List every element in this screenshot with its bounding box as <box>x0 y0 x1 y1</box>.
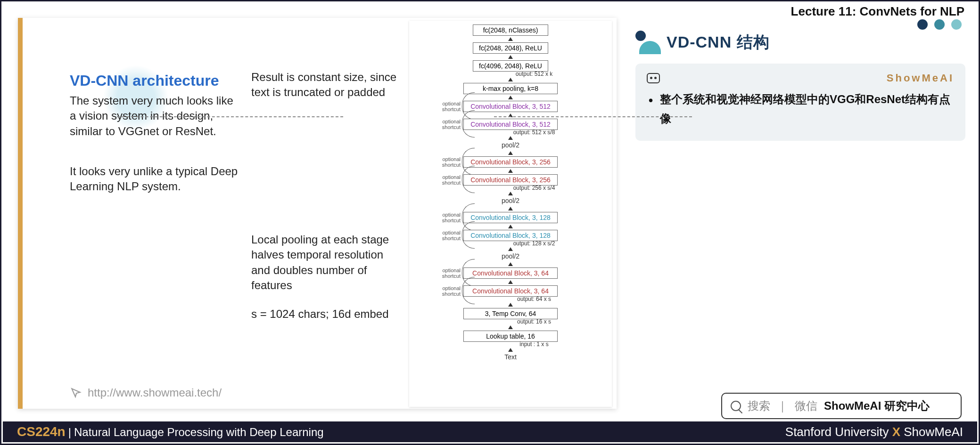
shortcut-label: optional shortcut <box>435 285 461 297</box>
shortcut-label: optional shortcut <box>435 156 461 168</box>
section-title-wrap: VD-CNN 结构 <box>635 31 770 54</box>
robot-icon <box>647 73 660 83</box>
search-hint-box: 搜索 ｜ 微信 ShowMeAI 研究中心 <box>721 393 962 419</box>
search-hint: 微信 <box>795 398 817 413</box>
input-label: input : 1 x s <box>519 341 548 348</box>
footer-left: CS224n | Natural Language Processing wit… <box>17 424 324 439</box>
note-bullet: 整个系统和视觉神经网络模型中的VGG和ResNet结构有点像 <box>647 90 954 129</box>
slide-title: VD-CNN architecture <box>70 72 219 89</box>
arrow-up-icon <box>508 247 513 251</box>
slide-content-panel: VD-CNN architecture The system very much… <box>18 18 617 409</box>
body-text: It looks very unlike a typical Deep Lear… <box>70 164 239 194</box>
footer-right: Stanford University X ShowMeAI <box>785 425 963 439</box>
search-hint: 搜索 <box>748 398 770 413</box>
brand-label: ShowMeAI <box>887 72 954 84</box>
conv-block-512: Convolutional Block, 3, 512optional shor… <box>463 101 558 112</box>
output-label: output: 16 x s <box>517 318 551 325</box>
fc-layer: fc(2048, nClasses) <box>473 24 548 36</box>
conv-block-256: Convolutional Block, 3, 256optional shor… <box>463 156 558 168</box>
dashed-connector <box>494 116 692 117</box>
arrow-up-icon <box>508 136 513 140</box>
cursor-icon <box>70 387 82 399</box>
slide-frame: Lecture 11: ConvNets for NLP VD-CNN arch… <box>0 0 980 445</box>
dashed-connector <box>117 116 343 117</box>
arrow-up-icon <box>508 280 513 284</box>
x-separator: X <box>892 425 904 439</box>
source-url: http://www.showmeai.tech/ <box>70 386 222 399</box>
course-code: CS224n <box>17 424 66 439</box>
annotation-bottom: s = 1024 chars; 16d embed <box>251 307 412 321</box>
search-brand: ShowMeAI 研究中心 <box>824 398 930 413</box>
shortcut-label: optional shortcut <box>435 101 461 112</box>
arrow-up-icon <box>508 207 513 210</box>
pool-label: pool/2 <box>502 141 519 149</box>
url-text: http://www.showmeai.tech/ <box>88 386 222 399</box>
pool-label: pool/2 <box>502 197 519 204</box>
conv-block-512: Convolutional Block, 3, 512optional shor… <box>463 119 558 130</box>
arrow-up-icon <box>508 151 513 155</box>
arrow-up-icon <box>508 55 513 59</box>
shortcut-label: optional shortcut <box>435 230 461 241</box>
footer-bar: CS224n | Natural Language Processing wit… <box>3 421 977 442</box>
conv-block-128: Convolutional Block, 3, 128optional shor… <box>463 230 558 241</box>
dot-icon <box>951 19 962 30</box>
arrow-up-icon <box>508 37 513 41</box>
arrow-up-icon <box>508 325 513 329</box>
footer-brand: ShowMeAI <box>904 425 963 439</box>
annotation-top: Result is constant size, since text is t… <box>251 70 402 100</box>
arrow-up-icon <box>508 348 513 352</box>
dot-icon <box>934 19 945 30</box>
fc-layer: fc(2048, 2048), ReLU <box>473 42 548 54</box>
pool-label: pool/2 <box>502 252 519 260</box>
section-title-icon <box>635 31 659 54</box>
arrow-up-icon <box>508 169 513 173</box>
search-icon <box>731 401 741 411</box>
text-input-label: Text <box>504 353 517 361</box>
arrow-up-icon <box>508 192 513 195</box>
fc-layer: fc(4096, 2048), ReLU <box>473 60 548 72</box>
output-label: output: 256 x s/4 <box>513 185 555 191</box>
conv-block-256: Convolutional Block, 3, 256optional shor… <box>463 174 558 186</box>
arrow-up-icon <box>508 96 513 99</box>
annotation-mid: Local pooling at each stage halves tempo… <box>251 232 402 293</box>
pipe: | <box>68 426 71 439</box>
conv-block-64: Convolutional Block, 3, 64optional short… <box>463 285 558 297</box>
architecture-diagram: fc(2048, nClasses) fc(2048, 2048), ReLU … <box>409 21 612 407</box>
shortcut-label: optional shortcut <box>435 119 461 130</box>
course-name: Natural Language Processing with Deep Le… <box>74 426 324 439</box>
lookup-table: Lookup table, 16 <box>463 331 558 342</box>
dot-icon <box>917 19 928 30</box>
arrow-up-icon <box>508 225 513 228</box>
kmax-pooling: k-max pooling, k=8 <box>463 83 558 94</box>
conv-block-128: Convolutional Block, 3, 128optional shor… <box>463 212 558 223</box>
university: Stanford University <box>785 425 889 439</box>
conv-block-64: Convolutional Block, 3, 64optional short… <box>463 267 558 279</box>
output-label: output: 64 x s <box>517 296 551 302</box>
shortcut-label: optional shortcut <box>435 267 461 279</box>
arrow-up-icon <box>508 78 513 81</box>
shortcut-label: optional shortcut <box>435 174 461 186</box>
shortcut-label: optional shortcut <box>435 212 461 223</box>
output-label: output: 512 x k <box>516 71 553 77</box>
output-label: output: 128 x s/2 <box>513 240 555 247</box>
notes-panel: ShowMeAI 整个系统和视觉神经网络模型中的VGG和ResNet结构有点像 <box>635 64 965 141</box>
arrow-up-icon <box>508 262 513 266</box>
section-title: VD-CNN 结构 <box>667 32 770 53</box>
arrow-up-icon <box>508 303 513 307</box>
decor-dots <box>917 19 962 30</box>
temp-conv: 3, Temp Conv, 64 <box>463 308 558 319</box>
separator: ｜ <box>777 398 788 413</box>
output-label: output: 512 x s/8 <box>513 129 555 136</box>
lecture-title: Lecture 11: ConvNets for NLP <box>791 4 964 19</box>
